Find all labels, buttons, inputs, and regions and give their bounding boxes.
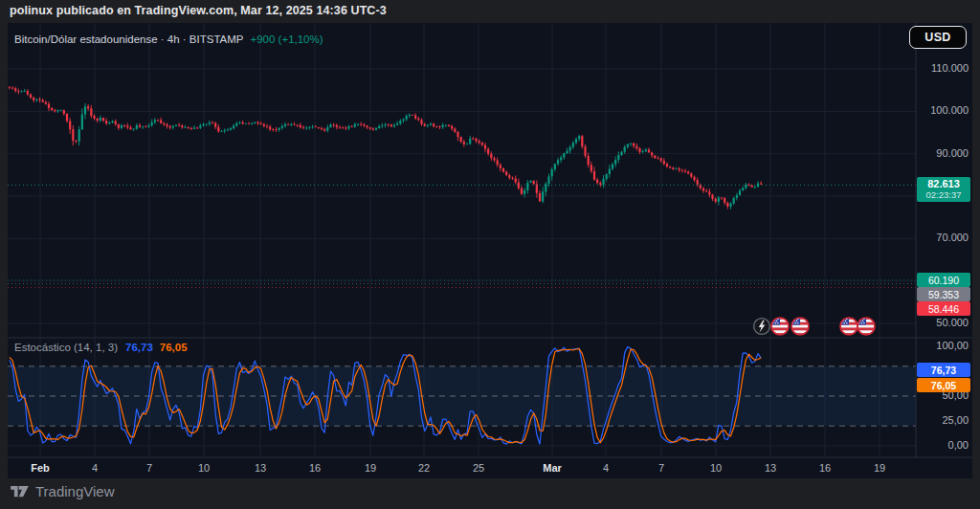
stochastic-title[interactable]: Estocástico (14, 1, 3) [14,342,118,353]
time-axis-label: 10 [198,462,210,474]
time-axis-label: 7 [146,462,152,474]
stoch-axis-label: 100,00 [915,340,969,351]
time-axis-label: 25 [473,462,484,474]
price-axis-label: 90.000 [915,147,969,159]
bar-countdown: 02:23:37 [926,189,962,201]
time-axis-label: 4 [92,462,98,474]
us-flag-event-icon[interactable] [839,317,858,336]
tradingview-logo-icon [10,484,30,498]
candles-layer [9,86,763,210]
currency-toggle-button[interactable]: USD [909,26,967,49]
time-axis-label: 16 [819,462,831,474]
time-axis-label: 22 [418,462,430,474]
time-axis-label: 19 [874,462,885,474]
last-price-value: 82.613 [927,178,960,189]
stoch-d-badge: 76,05 [917,378,970,392]
stoch-k-badge: 76,73 [917,363,970,377]
symbol-title[interactable]: Bitcoin/Dólar estadounidense · 4h · BITS… [14,33,243,45]
us-flag-event-icon[interactable] [770,317,790,336]
chart-widget: Bitcoin/Dólar estadounidense · 4h · BITS… [8,23,972,478]
last-price-badge: 82.613 02:23:37 [917,177,970,202]
stoch-axis-label: 25,00 [915,414,969,426]
snapshot-attribution: polinux publicado en TradingView.com, Ma… [10,4,387,17]
us-flag-event-icon[interactable] [857,317,876,336]
time-axis-label: 10 [710,462,722,474]
price-chart-svg[interactable] [8,23,972,478]
stochastic-k-value: 76,73 [125,342,153,353]
level-badge-58446: 58.446 [917,301,970,316]
time-axis-label: 7 [658,462,664,474]
us-flag-event-icon[interactable] [791,317,810,336]
price-change: +900 (+1,10%) [250,33,323,45]
price-axis-label: 70.000 [915,232,969,243]
stochastic-legend[interactable]: Estocástico (14, 1, 3)76,7376,05 [14,342,188,353]
time-axis-label: Feb [31,462,50,474]
watermark-brand: TradingView [35,483,115,499]
price-axis-label: 110.000 [915,62,969,74]
time-axis-label: 16 [309,462,321,474]
flash-icon[interactable] [752,317,771,336]
level-badge-59353: 59.353 [917,287,970,301]
stochastic-d-value: 76,05 [160,342,188,353]
time-axis-label: 19 [365,462,376,474]
time-axis-label: Mar [543,462,562,474]
time-axis-label: 4 [603,462,609,474]
stoch-axis-label: 0,00 [915,439,969,451]
tradingview-snapshot: polinux publicado en TradingView.com, Ma… [0,0,980,509]
symbol-legend[interactable]: Bitcoin/Dólar estadounidense · 4h · BITS… [14,33,323,45]
time-axis-label: 13 [255,462,266,474]
tradingview-watermark[interactable]: TradingView [10,483,115,499]
price-axis-label: 100.000 [915,104,969,116]
level-badge-60190: 60.190 [917,273,970,287]
price-axis-label: 50.000 [915,317,969,328]
time-axis-label: 13 [765,462,776,474]
